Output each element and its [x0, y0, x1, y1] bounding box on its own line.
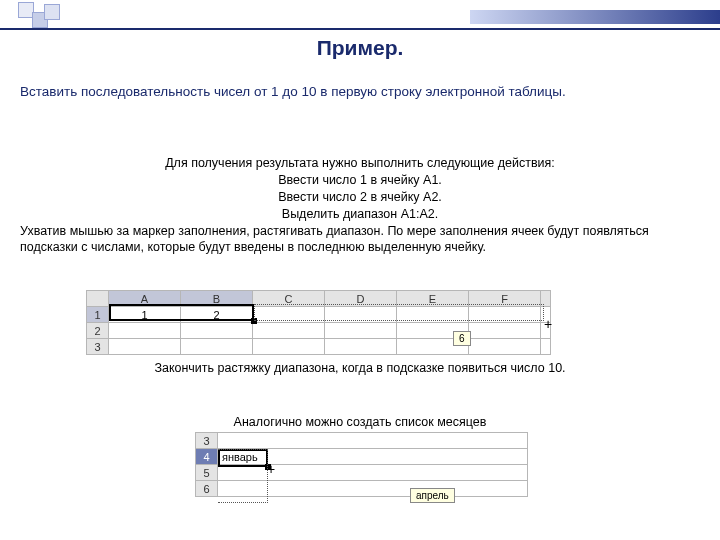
cell-a2[interactable] — [109, 323, 181, 339]
slide-header-deco — [0, 0, 720, 30]
cell-partial[interactable] — [541, 339, 551, 355]
cross-cursor-icon: + — [267, 462, 275, 476]
cross-cursor-icon: + — [544, 317, 552, 331]
row-header[interactable]: 6 — [196, 481, 218, 497]
column-header[interactable]: D — [325, 291, 397, 307]
header-stripe — [470, 10, 720, 24]
cell-d1[interactable] — [325, 307, 397, 323]
column-header[interactable]: F — [469, 291, 541, 307]
instructions-block: Для получения результата нужно выполнить… — [20, 155, 700, 256]
row-header[interactable]: 2 — [87, 323, 109, 339]
cell-b2[interactable] — [181, 323, 253, 339]
row-header[interactable]: 3 — [196, 433, 218, 449]
autofill-tooltip: апрель — [410, 488, 455, 503]
cell-c1[interactable] — [253, 307, 325, 323]
cell-d2[interactable] — [325, 323, 397, 339]
instruction-line: Для получения результата нужно выполнить… — [20, 155, 700, 172]
cell-a1[interactable]: 1 — [109, 307, 181, 323]
fill-handle[interactable] — [251, 318, 257, 324]
cell-b1[interactable]: 2 — [181, 307, 253, 323]
cell-c2[interactable] — [253, 323, 325, 339]
cell-f3[interactable] — [469, 339, 541, 355]
cell-e1[interactable] — [397, 307, 469, 323]
row-header[interactable]: 1 — [87, 307, 109, 323]
deco-square — [44, 4, 60, 20]
instruction-line: Ввести число 2 в ячейку A2. — [20, 189, 700, 206]
cell-a3[interactable] — [109, 339, 181, 355]
spreadsheet-example-2: 3 4 январь 5 6 + апрель — [195, 432, 528, 497]
autofill-tooltip: 6 — [453, 331, 471, 346]
finish-note: Закончить растяжку диапазона, когда в по… — [20, 361, 700, 375]
spreadsheet-example-1: A B C D E F 1 1 2 2 — [86, 290, 551, 355]
instruction-line: Выделить диапазон A1:A2. — [20, 206, 700, 223]
instruction-line: Ухватив мышью за маркер заполнения, раст… — [20, 223, 700, 257]
cell-f1[interactable] — [469, 307, 541, 323]
column-header[interactable]: A — [109, 291, 181, 307]
cell-d3[interactable] — [325, 339, 397, 355]
cell-row3[interactable] — [218, 433, 528, 449]
subtitle: Вставить последовательность чисел от 1 д… — [20, 84, 700, 99]
cell-row5[interactable] — [218, 465, 528, 481]
row-header[interactable]: 4 — [196, 449, 218, 465]
instruction-line: Ввести число 1 в ячейку A1. — [20, 172, 700, 189]
cell-row6[interactable] — [218, 481, 528, 497]
cell-f2[interactable] — [469, 323, 541, 339]
months-note: Аналогично можно создать список месяцев — [20, 415, 700, 429]
column-header[interactable]: C — [253, 291, 325, 307]
column-header[interactable]: E — [397, 291, 469, 307]
cell-b3[interactable] — [181, 339, 253, 355]
cell-c3[interactable] — [253, 339, 325, 355]
page-title: Пример. — [0, 36, 720, 60]
select-all-corner[interactable] — [87, 291, 109, 307]
row-header[interactable]: 5 — [196, 465, 218, 481]
cell-row4[interactable]: январь — [218, 449, 528, 465]
column-header-partial[interactable] — [541, 291, 551, 307]
column-header[interactable]: B — [181, 291, 253, 307]
row-header[interactable]: 3 — [87, 339, 109, 355]
